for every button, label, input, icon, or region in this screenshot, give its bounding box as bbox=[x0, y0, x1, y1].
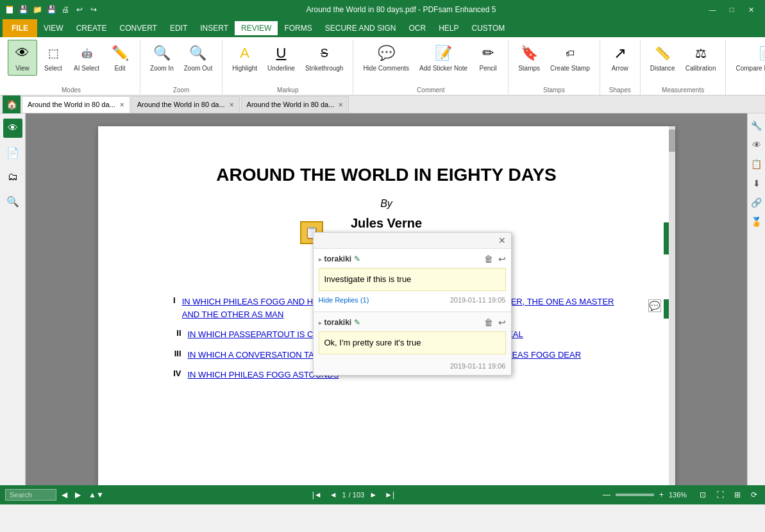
save-icon[interactable]: 💾 bbox=[18, 4, 28, 15]
right-download-btn[interactable]: ⬇ bbox=[750, 176, 764, 190]
right-view-btn[interactable]: 👁 bbox=[750, 138, 764, 152]
doc-tab-2-close[interactable]: ✕ bbox=[229, 101, 234, 108]
hide-comments-button[interactable]: 💬 Hide Comments bbox=[358, 40, 414, 76]
right-link-btn[interactable]: 🔗 bbox=[750, 195, 764, 210]
zoom-in-btn[interactable]: + bbox=[657, 490, 666, 500]
select-button[interactable]: ⬚ Select bbox=[38, 40, 68, 76]
edit-icon: ✏️ bbox=[110, 43, 130, 63]
stamps-button[interactable]: 🔖 Stamps bbox=[514, 40, 544, 76]
zoom-out-button[interactable]: 🔍 Zoom Out bbox=[180, 40, 217, 76]
markup-label: Markup bbox=[277, 87, 298, 95]
ai-select-button[interactable]: 🤖 AI Select bbox=[69, 40, 104, 76]
redo-icon[interactable]: ↪ bbox=[88, 4, 99, 15]
underline-button[interactable]: U Underline bbox=[263, 40, 299, 76]
tools-group: 📄 Compare Documents ▓ Whiteout Tools bbox=[726, 40, 765, 95]
quick-access-toolbar: 💾 📁 💾 🖨 ↩ ↪ bbox=[18, 4, 99, 15]
doc-tab-3-close[interactable]: ✕ bbox=[338, 101, 343, 108]
prev-page-btn[interactable]: ◄ bbox=[327, 490, 340, 500]
pdf-doc-title: AROUND THE WORLD IN EIGHTY DAYS bbox=[149, 165, 624, 185]
right-clipboard-btn[interactable]: 📋 bbox=[750, 157, 764, 171]
right-tools-btn[interactable]: 🔧 bbox=[750, 119, 764, 133]
calibration-button[interactable]: ⚖ Calibration bbox=[681, 40, 721, 76]
vertical-scrollbar[interactable] bbox=[669, 126, 675, 485]
modes-label: Modes bbox=[62, 87, 81, 95]
doc-tab-1[interactable]: Around the World in 80 da... ✕ bbox=[22, 96, 130, 113]
file-menu[interactable]: FILE bbox=[3, 19, 37, 37]
comment-close-btn[interactable]: ✕ bbox=[498, 235, 506, 245]
sidebar-layers-btn[interactable]: 🗂 bbox=[3, 167, 22, 187]
calibration-icon: ⚖ bbox=[691, 43, 711, 63]
insert-menu[interactable]: INSERT bbox=[194, 21, 235, 35]
comment-balloon-btn[interactable]: 💬 bbox=[648, 299, 661, 312]
zoom-level: 136% bbox=[669, 491, 692, 499]
first-page-btn[interactable]: |◄ bbox=[310, 490, 324, 500]
full-screen-btn[interactable]: ⛶ bbox=[714, 490, 727, 500]
distance-button[interactable]: 📏 Distance bbox=[646, 40, 680, 76]
add-sticker-note-button[interactable]: 📝 Add Sticker Note bbox=[415, 40, 472, 76]
comment-text-1: Investigate if this is true bbox=[319, 268, 506, 291]
secure-sign-menu[interactable]: SECURE AND SIGN bbox=[319, 21, 403, 35]
right-sidebar: 🔧 👁 📋 ⬇ 🔗 🏅 bbox=[747, 113, 765, 485]
search-next-btn[interactable]: ▶ bbox=[72, 490, 83, 500]
sidebar-search-btn[interactable]: 🔍 bbox=[3, 192, 22, 211]
edit-menu[interactable]: EDIT bbox=[164, 21, 194, 35]
create-menu[interactable]: CREATE bbox=[70, 21, 113, 35]
view-button[interactable]: 👁 View bbox=[8, 40, 37, 76]
next-page-btn[interactable]: ► bbox=[367, 490, 380, 500]
reply-reply[interactable]: ↩ bbox=[498, 317, 506, 328]
minimize-btn[interactable]: — bbox=[703, 3, 721, 16]
scroll-thumb[interactable] bbox=[669, 129, 675, 152]
hide-replies-btn[interactable]: Hide Replies (1) bbox=[319, 296, 369, 304]
forms-menu[interactable]: FORMS bbox=[278, 21, 318, 35]
search-input[interactable] bbox=[5, 489, 56, 501]
doc-tab-1-close[interactable]: ✕ bbox=[119, 101, 124, 108]
pdf-page: AROUND THE WORLD IN EIGHTY DAYS By Jules… bbox=[98, 126, 675, 485]
comment-edit-1[interactable]: ✎ bbox=[354, 254, 360, 263]
custom-menu[interactable]: CUSTOM bbox=[465, 21, 511, 35]
comment-reply-1[interactable]: ↩ bbox=[498, 254, 506, 264]
last-page-btn[interactable]: ►| bbox=[382, 490, 397, 500]
ocr-menu[interactable]: OCR bbox=[402, 21, 432, 35]
zoom-out-icon: 🔍 bbox=[188, 43, 208, 63]
arrow-button[interactable]: ↗ Arrow bbox=[605, 40, 635, 76]
zoom-out-btn[interactable]: — bbox=[600, 490, 613, 500]
save2-icon[interactable]: 💾 bbox=[46, 4, 56, 15]
rotate-btn[interactable]: ⟳ bbox=[748, 490, 760, 500]
search-nav-btn[interactable]: ▲▼ bbox=[86, 490, 106, 500]
maximize-btn[interactable]: □ bbox=[723, 3, 741, 16]
pencil-icon: ✏ bbox=[478, 43, 498, 63]
search-prev-btn[interactable]: ◀ bbox=[59, 490, 70, 500]
open-icon[interactable]: 📁 bbox=[32, 4, 42, 15]
review-menu[interactable]: REVIEW bbox=[235, 21, 278, 35]
pdf-area[interactable]: AROUND THE WORLD IN EIGHTY DAYS By Jules… bbox=[26, 113, 747, 485]
sidebar-view-btn[interactable]: 👁 bbox=[3, 119, 22, 138]
convert-menu[interactable]: CONVERT bbox=[113, 21, 163, 35]
close-btn[interactable]: ✕ bbox=[742, 3, 760, 16]
zoom-in-button[interactable]: 🔍 Zoom In bbox=[146, 40, 178, 76]
view-menu[interactable]: VIEW bbox=[37, 21, 70, 35]
compare-docs-button[interactable]: 📄 Compare Documents bbox=[731, 40, 765, 76]
reply-text: Ok, I'm pretty sure it's true bbox=[319, 331, 506, 354]
highlight-button[interactable]: A Highlight bbox=[228, 40, 262, 76]
reply-edit[interactable]: ✎ bbox=[354, 318, 360, 327]
sidebar-pages-btn[interactable]: 📄 bbox=[3, 143, 22, 162]
create-stamp-button[interactable]: 🏷 Create Stamp bbox=[546, 40, 594, 76]
strikethrough-button[interactable]: S Strikethrough bbox=[301, 40, 348, 76]
edit-button[interactable]: ✏️ Edit bbox=[105, 40, 135, 76]
reply-author-row: ▸ torakiki ✎ 🗑 ↩ bbox=[319, 317, 506, 328]
home-tab[interactable]: 🏠 bbox=[3, 96, 21, 113]
help-menu[interactable]: HELP bbox=[432, 21, 465, 35]
doc-tab-2[interactable]: Around the World in 80 da... ✕ bbox=[131, 96, 240, 113]
main-area: 👁 📄 🗂 🔍 AROUND THE WORLD IN EIGHTY DAYS … bbox=[0, 113, 765, 485]
undo-icon[interactable]: ↩ bbox=[74, 4, 85, 15]
sticker-note-icon: 📝 bbox=[433, 43, 454, 63]
fit-page-btn[interactable]: ⊡ bbox=[697, 490, 709, 500]
zoom-slider[interactable] bbox=[616, 494, 654, 496]
doc-tab-3[interactable]: Around the World in 80 da... ✕ bbox=[241, 96, 349, 113]
view-mode-btn[interactable]: ⊞ bbox=[732, 490, 743, 500]
comment-delete-1[interactable]: 🗑 bbox=[484, 254, 493, 264]
pencil-button[interactable]: ✏ Pencil bbox=[473, 40, 503, 76]
reply-delete[interactable]: 🗑 bbox=[484, 317, 493, 328]
right-award-btn[interactable]: 🏅 bbox=[750, 215, 764, 229]
print-icon[interactable]: 🖨 bbox=[60, 4, 71, 15]
